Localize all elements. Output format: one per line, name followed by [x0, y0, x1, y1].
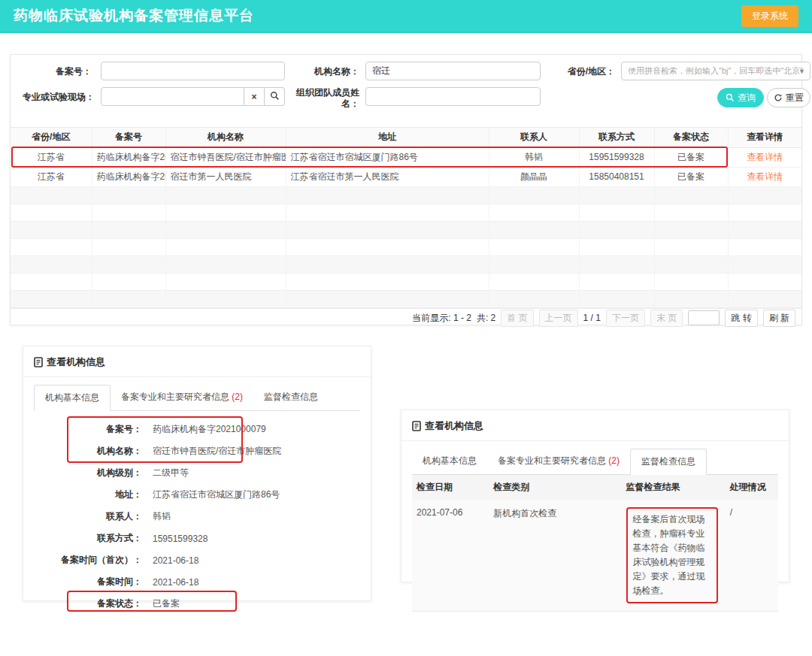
jump-page-input[interactable]	[688, 310, 720, 325]
col-inspect-result: 监督检查结果	[622, 475, 726, 500]
cell-contact: 颜晶晶	[489, 167, 579, 186]
tab-basic-info[interactable]: 机构基本信息	[412, 449, 487, 474]
login-button[interactable]: 登录系统	[741, 5, 798, 27]
empty-row	[11, 238, 801, 255]
inspection-table: 检查日期 检查类别 监督检查结果 处理情况 2021-07-06 新机构首次检查…	[412, 475, 778, 612]
cell-handling: /	[726, 500, 778, 612]
field-record-status: 备案状态： 已备案	[34, 593, 360, 615]
refresh-icon	[774, 93, 783, 102]
profession-input-group: ×	[101, 87, 285, 106]
col-inspect-date: 检查日期	[412, 475, 489, 500]
count-badge: (2)	[232, 391, 243, 402]
search-icon	[270, 91, 280, 103]
search-panel: 备案号： 机构名称： 省份/地区： 使用拼音检索，例如输入"bj"，回车即选中"…	[11, 55, 801, 127]
search-icon	[726, 93, 735, 102]
col-record-no: 备案号	[92, 128, 165, 147]
cell-record-no: 药临床机构备字20210...	[92, 147, 165, 167]
cell-address: 江苏省宿迁市第一人民医院	[286, 167, 489, 186]
col-status: 备案状态	[654, 128, 728, 147]
inspection-header-row: 检查日期 检查类别 监督检查结果 处理情况	[412, 475, 778, 500]
jump-button[interactable]: 跳 转	[725, 310, 757, 327]
view-detail-link[interactable]: 查看详情	[747, 152, 783, 162]
results-table-wrap: 省份/地区 备案号 机构名称 地址 联系人 联系方式 备案状态 查看详情 江苏省…	[11, 127, 801, 308]
cell-inspect-type: 新机构首次检查	[489, 500, 621, 612]
team-member-input[interactable]	[365, 87, 541, 106]
chevron-down-icon: ▼	[798, 68, 805, 75]
org-name-label: 机构名称：	[308, 66, 359, 77]
page-indicator: 1 / 1	[583, 313, 601, 323]
tab-professions-researchers[interactable]: 备案专业和主要研究者信息 (2)	[111, 385, 253, 410]
document-icon	[412, 421, 421, 431]
refresh-button[interactable]: 刷 新	[763, 310, 795, 327]
profession-input[interactable]	[101, 87, 244, 106]
app-title: 药物临床试验机构备案管理信息平台	[14, 6, 254, 26]
field-org-name: 机构名称： 宿迁市钟吾医院/宿迁市肿瘤医院	[34, 440, 360, 462]
left-card-tabs: 机构基本信息 备案专业和主要研究者信息 (2) 监督检查信息	[34, 385, 360, 411]
col-province: 省份/地区	[11, 128, 92, 147]
view-detail-link[interactable]: 查看详情	[747, 171, 783, 182]
province-select[interactable]: 使用拼音检索，例如输入"bj"，回车即选中"北京" ▼	[621, 62, 810, 80]
record-no-input[interactable]	[101, 62, 285, 80]
profession-search-button[interactable]	[265, 87, 285, 106]
field-first-record-date: 备案时间（首次）： 2021-06-18	[34, 549, 360, 571]
pagination-bar: 当前显示: 1 - 2 共: 2 首 页 上一页 1 / 1 下一页 末 页 跳…	[11, 308, 801, 328]
tab-basic-info[interactable]: 机构基本信息	[34, 385, 111, 411]
institution-info-card-right: 查看机构信息 机构基本信息 备案专业和主要研究者信息 (2) 监督检查信息 检查…	[401, 410, 789, 582]
cell-contact: 韩韬	[489, 147, 579, 167]
field-phone: 联系方式： 15951599328	[34, 528, 360, 549]
prev-page-button[interactable]: 上一页	[539, 310, 578, 327]
profession-label: 专业或试验现场：	[23, 92, 95, 103]
province-placeholder: 使用拼音检索，例如输入"bj"，回车即选中"北京"	[628, 65, 803, 77]
next-page-button[interactable]: 下一页	[606, 310, 645, 327]
pagination-total: 共: 2	[477, 312, 495, 325]
field-org-level: 机构级别： 二级甲等	[34, 462, 360, 484]
col-org-name: 机构名称	[165, 128, 286, 147]
app-header: 药物临床试验机构备案管理信息平台 登录系统	[0, 0, 812, 33]
count-badge: (2)	[608, 455, 620, 466]
first-page-button[interactable]: 首 页	[501, 310, 533, 327]
last-page-button[interactable]: 末 页	[650, 310, 683, 327]
status-badge: 已备案	[654, 167, 728, 186]
reset-button[interactable]: 重置	[767, 88, 810, 107]
empty-row	[11, 186, 801, 204]
empty-row	[11, 290, 801, 307]
cell-inspect-date: 2021-07-06	[412, 500, 489, 612]
basic-info-fields: 备案号： 药临床机构备字2021000079 机构名称： 宿迁市钟吾医院/宿迁市…	[34, 419, 360, 615]
inspection-row[interactable]: 2021-07-06 新机构首次检查 经备案后首次现场检查，肿瘤科专业基本符合《…	[412, 500, 778, 612]
cell-address: 江苏省宿迁市宿城区厦门路86号	[286, 147, 489, 167]
inspect-result-annotation: 经备案后首次现场检查，肿瘤科专业基本符合《药物临床试验机构管理规定》要求，通过现…	[626, 507, 718, 603]
col-detail: 查看详情	[728, 128, 801, 147]
table-row[interactable]: 江苏省 药临床机构备字20210... 宿迁市第一人民医院 江苏省宿迁市第一人民…	[11, 167, 801, 186]
right-card-tabs: 机构基本信息 备案专业和主要研究者信息 (2) 监督检查信息	[412, 449, 778, 475]
empty-row	[11, 204, 801, 221]
tab-supervision-info[interactable]: 监督检查信息	[253, 385, 329, 410]
tab-professions-researchers[interactable]: 备案专业和主要研究者信息 (2)	[487, 449, 630, 474]
col-phone: 联系方式	[579, 128, 654, 147]
results-table: 省份/地区 备案号 机构名称 地址 联系人 联系方式 备案状态 查看详情 江苏省…	[11, 128, 801, 308]
col-handling: 处理情况	[726, 475, 778, 500]
status-badge: 已备案	[654, 147, 728, 167]
col-address: 地址	[286, 128, 489, 147]
card-title: 查看机构信息	[23, 355, 371, 377]
table-row-selected[interactable]: 江苏省 药临床机构备字20210... 宿迁市钟吾医院/宿迁市肿瘤医院 江苏省宿…	[11, 147, 801, 167]
cell-phone: 15850408151	[579, 167, 654, 186]
query-button[interactable]: 查询	[717, 88, 764, 107]
document-icon	[34, 357, 43, 367]
team-member-label: 组织团队成员姓名：	[295, 87, 359, 110]
institution-info-card-left: 查看机构信息 机构基本信息 备案专业和主要研究者信息 (2) 监督检查信息 备案…	[23, 346, 371, 601]
org-name-input[interactable]	[365, 62, 541, 80]
clear-icon: ×	[251, 92, 256, 102]
results-header-row: 省份/地区 备案号 机构名称 地址 联系人 联系方式 备案状态 查看详情	[11, 128, 801, 147]
clear-button[interactable]: ×	[244, 87, 265, 106]
empty-row	[11, 221, 801, 238]
cell-org: 宿迁市钟吾医院/宿迁市肿瘤医院	[165, 147, 286, 167]
cell-record-no: 药临床机构备字20210...	[92, 167, 165, 186]
field-record-no: 备案号： 药临床机构备字2021000079	[34, 419, 360, 440]
card-title: 查看机构信息	[401, 419, 789, 441]
search-and-results-card: 备案号： 机构名称： 省份/地区： 使用拼音检索，例如输入"bj"，回车即选中"…	[10, 54, 802, 325]
cell-province: 江苏省	[11, 167, 92, 186]
tab-supervision-info[interactable]: 监督检查信息	[630, 449, 707, 475]
empty-row	[11, 255, 801, 273]
col-inspect-type: 检查类别	[489, 475, 621, 500]
record-no-label: 备案号：	[26, 66, 92, 77]
